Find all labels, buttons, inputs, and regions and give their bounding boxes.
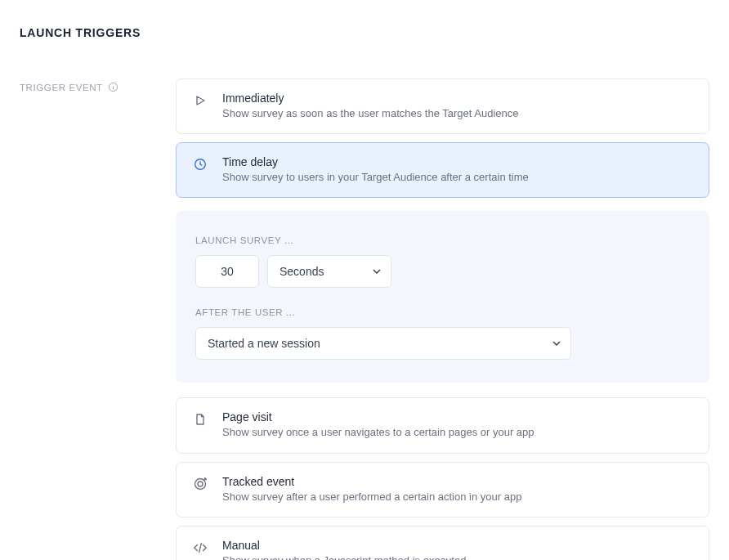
play-icon [193, 93, 208, 108]
option-manual[interactable]: Manual Show survey when a Javascript met… [176, 526, 709, 560]
delay-value-input[interactable] [195, 255, 259, 288]
section-title: LAUNCH TRIGGERS [20, 26, 709, 39]
option-desc: Show survey after a user performed a cer… [222, 490, 521, 504]
clock-icon [193, 157, 208, 172]
time-delay-config: LAUNCH SURVEY ... Seconds AFTER THE USER… [176, 211, 709, 383]
option-title: Immediately [222, 92, 519, 105]
target-icon [193, 477, 208, 491]
option-desc: Show survey as soon as the user matches … [222, 106, 519, 121]
option-desc: Show survey to users in your Target Audi… [222, 170, 529, 185]
option-tracked-event[interactable]: Tracked event Show survey after a user p… [176, 462, 709, 517]
info-icon[interactable] [108, 80, 119, 91]
trigger-event-label: TRIGGER EVENT [20, 83, 103, 92]
option-title: Page visit [222, 410, 534, 423]
svg-point-5 [198, 482, 203, 486]
option-immediately[interactable]: Immediately Show survey as soon as the u… [176, 78, 709, 134]
option-title: Time delay [222, 155, 529, 168]
time-unit-select[interactable]: Seconds [267, 255, 391, 288]
option-title: Manual [222, 539, 466, 552]
option-desc: Show survey once a user navigates to a c… [222, 425, 534, 440]
code-icon [193, 540, 208, 555]
after-user-select[interactable]: Started a new session [195, 327, 571, 360]
option-title: Tracked event [222, 475, 521, 488]
launch-survey-label: LAUNCH SURVEY ... [195, 235, 690, 245]
after-user-label: AFTER THE USER ... [195, 307, 690, 317]
page-icon [193, 412, 208, 427]
svg-point-2 [113, 85, 114, 86]
option-time-delay[interactable]: Time delay Show survey to users in your … [176, 142, 709, 198]
option-page-visit[interactable]: Page visit Show survey once a user navig… [176, 397, 709, 453]
field-label-row: TRIGGER EVENT [20, 78, 146, 560]
option-desc: Show survey when a Javascript method is … [222, 553, 466, 560]
